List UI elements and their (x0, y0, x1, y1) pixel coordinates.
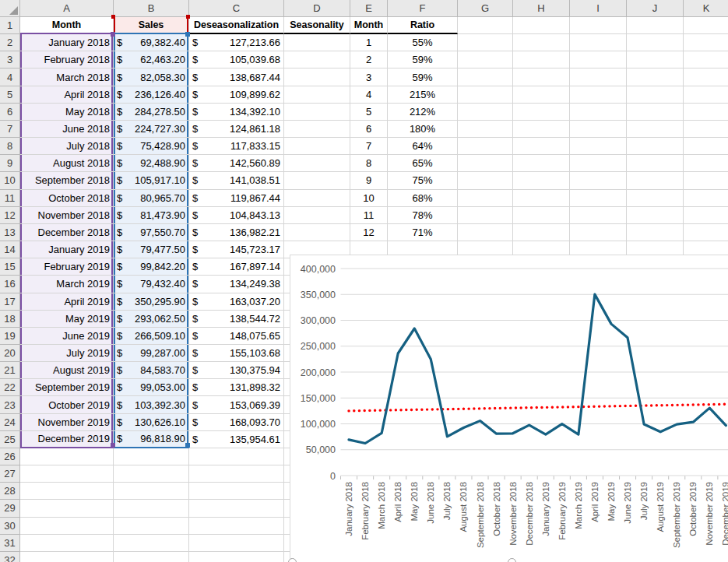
cell-H8[interactable] (513, 138, 570, 155)
row-header-21[interactable]: 21 (0, 362, 20, 379)
cell-G4[interactable] (458, 68, 513, 86)
cell-H3[interactable] (513, 51, 570, 68)
cell-I12[interactable] (570, 207, 627, 224)
row-header-30[interactable]: 30 (0, 518, 20, 535)
cell-B23[interactable]: $103,392.30 (114, 396, 189, 413)
cell-I6[interactable] (570, 104, 627, 121)
cell-J13[interactable] (627, 224, 684, 241)
cell-D6[interactable] (284, 104, 350, 121)
cell-E11[interactable]: 10 (350, 190, 388, 207)
cell-J12[interactable] (627, 207, 684, 224)
cell-C26[interactable] (189, 448, 284, 465)
cell-C3[interactable]: $105,039.68 (189, 51, 284, 68)
cell-C13[interactable]: $136,982.21 (189, 224, 284, 241)
cell-A14[interactable]: January 2019 (20, 241, 114, 258)
cell-J10[interactable] (627, 172, 684, 189)
cell-A21[interactable]: August 2019 (20, 362, 114, 379)
row-header-18[interactable]: 18 (0, 311, 20, 328)
cell-J3[interactable] (627, 51, 684, 68)
cell-A10[interactable]: September 2018 (20, 172, 114, 189)
row-header-22[interactable]: 22 (0, 379, 20, 396)
cell-D10[interactable] (284, 172, 350, 189)
cell-C19[interactable]: $148,075.65 (189, 328, 284, 345)
cell-E6[interactable]: 5 (350, 104, 388, 121)
cell-B15[interactable]: $99,842.20 (114, 258, 189, 276)
cell-C30[interactable] (189, 518, 284, 535)
cell-C10[interactable]: $141,038.51 (189, 172, 284, 189)
cell-I11[interactable] (570, 190, 627, 207)
cell-A23[interactable]: October 2019 (20, 396, 114, 413)
cell-F1[interactable]: Ratio (388, 17, 458, 34)
cell-G7[interactable] (458, 121, 513, 138)
cell-J1[interactable] (627, 17, 684, 34)
cell-B27[interactable] (114, 465, 189, 483)
cell-G11[interactable] (458, 190, 513, 207)
cell-K13[interactable] (684, 224, 728, 241)
cell-G8[interactable] (458, 138, 513, 155)
row-header-17[interactable]: 17 (0, 293, 20, 311)
cell-C2[interactable]: $127,213.66 (189, 34, 284, 51)
cell-J7[interactable] (627, 121, 684, 138)
cell-A18[interactable]: May 2019 (20, 311, 114, 328)
cell-G12[interactable] (458, 207, 513, 224)
cell-C6[interactable]: $134,392.10 (189, 104, 284, 121)
series-name-range-handle-left[interactable] (111, 15, 115, 19)
cell-H4[interactable] (513, 68, 570, 86)
row-header-4[interactable]: 4 (0, 68, 20, 86)
row-header-26[interactable]: 26 (0, 448, 20, 465)
cell-C4[interactable]: $138,687.44 (189, 68, 284, 86)
cell-J2[interactable] (627, 34, 684, 51)
cell-K2[interactable] (684, 34, 728, 51)
cell-A25[interactable]: December 2019 (20, 431, 114, 448)
cell-I9[interactable] (570, 155, 627, 172)
cell-E2[interactable]: 1 (350, 34, 388, 51)
cell-B18[interactable]: $293,062.50 (114, 311, 189, 328)
cell-H7[interactable] (513, 121, 570, 138)
cell-C17[interactable]: $163,037.20 (189, 293, 284, 311)
cell-A28[interactable] (20, 483, 114, 500)
row-header-7[interactable]: 7 (0, 121, 20, 138)
cell-C29[interactable] (189, 500, 284, 517)
cell-B11[interactable]: $80,965.70 (114, 190, 189, 207)
row-header-6[interactable]: 6 (0, 104, 20, 121)
row-header-29[interactable]: 29 (0, 500, 20, 517)
cell-A27[interactable] (20, 465, 114, 483)
cell-B3[interactable]: $62,463.20 (114, 51, 189, 68)
row-header-13[interactable]: 13 (0, 224, 20, 241)
row-header-31[interactable]: 31 (0, 535, 20, 552)
cell-C28[interactable] (189, 483, 284, 500)
cell-K6[interactable] (684, 104, 728, 121)
row-header-28[interactable]: 28 (0, 483, 20, 500)
select-all-corner[interactable] (0, 0, 20, 17)
cell-A15[interactable]: February 2019 (20, 258, 114, 276)
cell-J11[interactable] (627, 190, 684, 207)
cell-J5[interactable] (627, 86, 684, 104)
row-header-1[interactable]: 1 (0, 17, 20, 34)
cell-K11[interactable] (684, 190, 728, 207)
cell-B19[interactable]: $266,509.10 (114, 328, 189, 345)
cell-D11[interactable] (284, 190, 350, 207)
row-header-2[interactable]: 2 (0, 34, 20, 51)
cell-J4[interactable] (627, 68, 684, 86)
cell-A11[interactable]: October 2018 (20, 190, 114, 207)
cell-F6[interactable]: 212% (388, 104, 458, 121)
cell-B2[interactable]: $69,382.40 (114, 34, 189, 51)
values-range-handle-bottom[interactable] (185, 443, 190, 448)
cell-K7[interactable] (684, 121, 728, 138)
cell-A16[interactable]: March 2019 (20, 276, 114, 293)
cell-K4[interactable] (684, 68, 728, 86)
row-header-19[interactable]: 19 (0, 328, 20, 345)
cell-C31[interactable] (189, 535, 284, 552)
cell-B4[interactable]: $82,058.30 (114, 68, 189, 86)
cell-B13[interactable]: $97,550.70 (114, 224, 189, 241)
cell-A24[interactable]: November 2019 (20, 414, 114, 431)
cell-I13[interactable] (570, 224, 627, 241)
cell-J8[interactable] (627, 138, 684, 155)
column-header-E[interactable]: E (350, 0, 388, 17)
cell-B31[interactable] (114, 535, 189, 552)
cell-D13[interactable] (284, 224, 350, 241)
cell-D5[interactable] (284, 86, 350, 104)
cell-C11[interactable]: $119,867.44 (189, 190, 284, 207)
cell-B24[interactable]: $130,626.10 (114, 414, 189, 431)
cell-I7[interactable] (570, 121, 627, 138)
